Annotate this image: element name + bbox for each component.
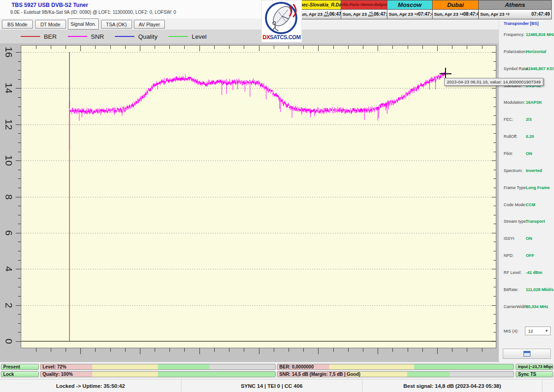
mis-dropdown[interactable]: 12 ▼ xyxy=(525,327,551,335)
legend-label: Quality xyxy=(138,33,157,40)
transponder-row: Polarization:Horizontal xyxy=(499,49,554,55)
dxsatcs-logo: DXSATCS.COM xyxy=(261,0,302,42)
tab-dt-mode[interactable]: DT Mode xyxy=(35,20,66,29)
snr-progressbar: SNR: 14,5 dB (Margin: 7,5 dB | Good) xyxy=(277,371,514,377)
transponder-row-value: Long Frame xyxy=(526,185,550,190)
chevron-down-icon: ▼ xyxy=(545,329,548,333)
tab-bar: BS ModeDT ModeSignal Mon.TSA (OK)AV Play… xyxy=(0,18,499,30)
transponder-row-label: Pilot: xyxy=(504,151,513,156)
transponder-row-label: Symbol Rate: xyxy=(504,66,529,71)
legend-label: SNR xyxy=(91,33,104,40)
transponder-row-label: Frame Type: xyxy=(504,185,527,190)
transponder-row: RollOff:0.20 xyxy=(499,134,554,140)
transponder-row-label: Frequency: xyxy=(504,32,524,37)
transponder-row: Spectrum:Inverted xyxy=(499,168,554,174)
clock-datetime: Sun, Apr 23+1DST06:47:49 xyxy=(341,10,387,19)
transponder-header: Transponder [BS] xyxy=(504,21,539,26)
transponder-row-label: RollOff: xyxy=(504,134,518,139)
legend-label: BER xyxy=(44,33,57,40)
y-axis-tick-label: 2 xyxy=(2,298,16,312)
legend-line-icon xyxy=(115,36,134,37)
legend-item-level: Level xyxy=(169,33,217,40)
legend-line-icon xyxy=(68,36,87,37)
quality-progressbar: Quality: 100% xyxy=(40,371,276,377)
transponder-row: Pilot:ON xyxy=(499,151,554,157)
transponder-row-value: -41 dBm xyxy=(526,270,542,275)
world-clocks: Lučenec-Slovakia_R.DávidSun, Apr 23+1DST… xyxy=(297,0,552,19)
panel-toggle-button[interactable] xyxy=(503,349,551,359)
transponder-row-value: 0.20 xyxy=(526,134,534,139)
transponder-row-label: CarrierWidth: xyxy=(504,304,528,309)
satellite-dish-icon xyxy=(262,0,301,35)
legend-line-icon xyxy=(21,36,40,37)
transponder-row-label: Code Mode: xyxy=(504,202,526,207)
app-title: TBS 5927 USB DVB-S2 Tuner xyxy=(12,2,88,8)
clock-4: DubaiSun, Apr 23+408:47:49 xyxy=(432,0,479,19)
legend-line-icon xyxy=(169,36,188,37)
transponder-row-label: Stream type: xyxy=(504,219,527,224)
clock-datetime: Sun, Apr 23+408:47:49 xyxy=(433,10,478,19)
tab-tsa-ok-[interactable]: TSA (OK) xyxy=(101,20,132,29)
clock-5: AthensSun, Apr 23+307:47:49 xyxy=(478,0,552,19)
legend-item-snr: SNR xyxy=(68,33,115,40)
window-panel-icon xyxy=(524,351,530,356)
transponder-row-value: 12465,816 MHz xyxy=(526,32,554,37)
transponder-row: BitRate:111,028 Mbit/s xyxy=(499,287,554,293)
transponder-row: Code Mode:CCM xyxy=(499,202,554,208)
transponder-row: NPD:OFF xyxy=(499,253,554,259)
transponder-row: Stream type:Transport xyxy=(499,219,554,225)
y-axis-tick-label: 16 xyxy=(2,45,16,59)
clock-datetime: Sun, Apr 23+1DST06:47:49 xyxy=(297,10,341,19)
clock-datetime: Sun, Apr 23+307:47:49 xyxy=(479,10,551,19)
transponder-row: FEC:2/3 xyxy=(499,117,554,123)
clock-city-label: Athens xyxy=(479,0,551,10)
transponder-row: Modulation:16APSK xyxy=(499,100,554,106)
value-tooltip: 2023-04-23 06.01.16, value: 14,800000190… xyxy=(444,78,543,86)
signal-monitor-chart: BERSNRQualityLevel 1614121086420 2023-04… xyxy=(0,30,499,362)
clock-city-label: Moscow xyxy=(387,0,432,10)
signal-plot-canvas[interactable] xyxy=(0,43,499,362)
transponder-row-value: OFF xyxy=(526,253,534,258)
transponder-panel: Transponder [BS] Frequency:12465,816 MHz… xyxy=(499,19,554,362)
transponder-row-value: 16APSK xyxy=(526,100,542,105)
chart-legend: BERSNRQualityLevel xyxy=(21,30,218,43)
transponder-row-value: 2/3 xyxy=(526,117,532,122)
y-axis-tick-label: 12 xyxy=(2,118,16,131)
ber-progressbar: BER: 0,0000000 xyxy=(277,364,514,370)
transponder-row-value: CCM xyxy=(526,202,536,207)
y-axis-tick-label: 0 xyxy=(2,334,16,348)
transponder-row-label: RF Level: xyxy=(504,270,522,275)
transponder-row-value: Inverted xyxy=(526,168,542,173)
statusbar-grip xyxy=(542,380,554,392)
transponder-row-value: 111,028 Mbit/s xyxy=(526,287,554,292)
status-bar: Locked -> Uptime: 35:50:42 SYNC 14 | TEI… xyxy=(0,379,554,392)
transponder-row: CarrierWidth:50,334 MHz xyxy=(499,304,554,310)
tuner-app-window: TBS 5927 USB DVB-S2 Tuner 9.0E - Eutelsa… xyxy=(0,0,554,392)
transponder-row: Frequency:12465,816 MHz xyxy=(499,32,554,38)
lock-indicator: Lock xyxy=(1,371,39,377)
clock-city-label: Berlin-Paris-Vienna-Belgrade xyxy=(341,0,387,10)
legend-item-ber: BER xyxy=(21,33,68,40)
mis-row: MIS (4): 12 ▼ xyxy=(499,327,554,336)
transponder-row-value: Horizontal xyxy=(526,49,546,54)
transponder-row: Frame Type:Long Frame xyxy=(499,185,554,191)
clock-city-label: Lučenec-Slovakia_R.Dávid xyxy=(297,0,341,10)
clock-2: Berlin-Paris-Vienna-BelgradeSun, Apr 23+… xyxy=(341,0,387,19)
legend-item-quality: Quality xyxy=(115,33,169,40)
transponder-row-label: Spectrum: xyxy=(504,168,523,173)
transponder-row-label: BitRate: xyxy=(504,287,518,292)
mis-label: MIS (4): xyxy=(504,329,518,333)
clock-1: Lučenec-Slovakia_R.DávidSun, Apr 23+1DST… xyxy=(296,0,341,19)
satellite-lnb-info: 9.0E - Eutelsat 9B/Ka-Sat 9A (ID: 0090) … xyxy=(10,10,176,15)
legend-label: Level xyxy=(192,33,206,40)
tab-av-player[interactable]: AV Player xyxy=(134,20,165,29)
transponder-row: ISSYION xyxy=(499,236,554,242)
tab-bs-mode[interactable]: BS Mode xyxy=(2,20,33,29)
y-axis-tick-label: 6 xyxy=(2,226,16,240)
transponder-row-label: Modulation: xyxy=(504,100,525,105)
tab-signal-mon-[interactable]: Signal Mon. xyxy=(68,18,99,30)
transponder-row: RF Level:-41 dBm xyxy=(499,270,554,276)
transponder-row: Symbol Rate:41945,807 KS/s xyxy=(499,66,554,72)
transponder-row-value: ON xyxy=(526,151,532,156)
y-axis-tick-label: 8 xyxy=(2,190,16,204)
